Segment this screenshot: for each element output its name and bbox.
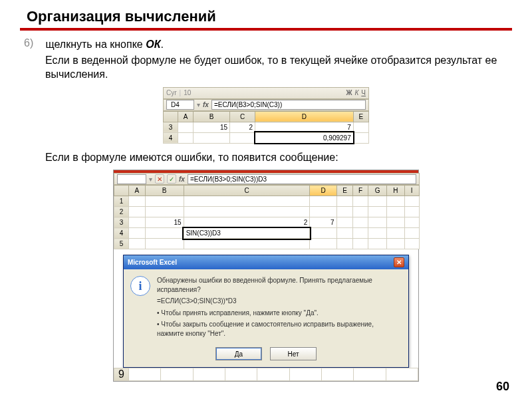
title-rule — [20, 28, 512, 31]
cell[interactable] — [230, 132, 255, 143]
info-icon: i — [130, 276, 150, 296]
cell[interactable] — [353, 132, 368, 143]
cell[interactable]: 7 — [255, 122, 354, 132]
row-header[interactable]: 3 — [114, 217, 129, 228]
name-box[interactable] — [117, 174, 146, 184]
enter-icon[interactable]: ✓ — [167, 174, 176, 184]
font-fragment: Cyr — [166, 89, 177, 96]
slide-title: Организация вычислений — [20, 4, 512, 28]
col-header[interactable]: B — [194, 111, 230, 122]
col-header[interactable]: C — [184, 186, 310, 196]
fx-icon[interactable]: fx — [179, 176, 185, 183]
row-header[interactable]: 4 — [164, 132, 178, 143]
row-header[interactable]: 4 — [114, 228, 129, 239]
grid-2: A B C D E F G H I 1 2 3 — [114, 185, 420, 249]
fx-icon[interactable]: fx — [203, 101, 209, 108]
error-dialog: Microsoft Excel ✕ i Обнаружены ошибки во… — [123, 255, 409, 368]
col-header[interactable]: H — [387, 186, 404, 196]
cell[interactable] — [178, 132, 194, 143]
step-text-b: . — [160, 39, 163, 50]
col-header-selected[interactable]: D — [255, 111, 354, 122]
dialog-line1: Обнаружены ошибки во введенной формуле. … — [157, 276, 400, 294]
col-header[interactable]: F — [353, 186, 368, 196]
dialog-line2: =ЕСЛИ(C3>0;SIN(C3))*D3 — [157, 297, 400, 306]
cell[interactable]: 15 — [145, 217, 184, 228]
step-line: 6) щелкнуть на кнопке ОК. — [24, 37, 508, 52]
col-header-selected[interactable]: D — [310, 186, 336, 196]
yes-button[interactable]: Да — [215, 347, 262, 360]
dialog-text: Обнаружены ошибки во введенной формуле. … — [157, 276, 400, 340]
row-header[interactable]: 3 — [164, 122, 178, 132]
step-text-ok: ОК — [146, 39, 160, 50]
corner-header[interactable] — [114, 186, 129, 196]
col-header[interactable]: B — [145, 186, 184, 196]
bold-icon: Ж — [346, 89, 352, 96]
grid-1: A B C D E 3 15 2 7 4 — [163, 111, 369, 144]
formula-bar-error[interactable]: =ЕСЛИ(B3>0;SIN(C3))D3 — [188, 174, 416, 184]
col-header[interactable]: G — [368, 186, 387, 196]
cell[interactable]: 7 — [310, 217, 336, 228]
italic-icon: К — [354, 89, 358, 96]
cell[interactable] — [194, 132, 230, 143]
cell[interactable]: 15 — [194, 122, 230, 132]
col-header[interactable]: C — [230, 111, 255, 122]
cell[interactable] — [178, 122, 194, 132]
step-number: 6) — [24, 37, 43, 49]
dialog-title: Microsoft Excel — [128, 259, 177, 266]
step-sub2: Если в формуле имеются ошибки, то появит… — [45, 150, 508, 165]
underline-icon: Ч — [361, 89, 366, 96]
dialog-bullet1: • Чтобы принять исправления, нажмите кно… — [157, 309, 400, 318]
cancel-icon[interactable]: ✕ — [155, 174, 164, 184]
excel-figure-1: Cyr | 10 Ж К Ч D4 ▾ fx =ЕСЛИ(B3>0;SIN(C3… — [163, 87, 369, 144]
step-sub1: Если в веденной формуле не будет ошибок,… — [45, 53, 508, 82]
cell[interactable] — [353, 122, 368, 132]
no-button[interactable]: Нет — [270, 347, 317, 360]
step-text-a: щелкнуть на кнопке — [45, 39, 146, 50]
dialog-bullet2: • Чтобы закрыть сообщение и самостоятель… — [157, 320, 400, 338]
name-box[interactable]: D4 — [166, 100, 194, 110]
col-header[interactable]: A — [178, 111, 194, 122]
cell[interactable]: 2 — [184, 217, 310, 228]
col-header[interactable]: E — [336, 186, 353, 196]
size-fragment: 10 — [184, 89, 191, 96]
formula-bar[interactable]: =ЕСЛИ(B3>0;SIN(C3)) — [211, 100, 366, 110]
page-number: 60 — [496, 380, 509, 394]
excel-figure-2: ▾ ✕ ✓ fx =ЕСЛИ(B3>0;SIN(C3))D3 A B C D — [113, 170, 419, 382]
cell-editing[interactable]: SIN(C3))D3 — [184, 228, 310, 239]
cell[interactable] — [145, 228, 184, 239]
cell[interactable]: 2 — [230, 122, 255, 132]
col-header[interactable]: I — [404, 186, 419, 196]
cell-selected[interactable]: 0,909297 — [255, 132, 354, 143]
corner-header[interactable] — [164, 111, 178, 122]
col-header[interactable]: E — [353, 111, 368, 122]
cell[interactable] — [129, 217, 146, 228]
close-icon[interactable]: ✕ — [394, 257, 404, 267]
col-header[interactable]: A — [129, 186, 146, 196]
cell[interactable] — [129, 228, 146, 239]
